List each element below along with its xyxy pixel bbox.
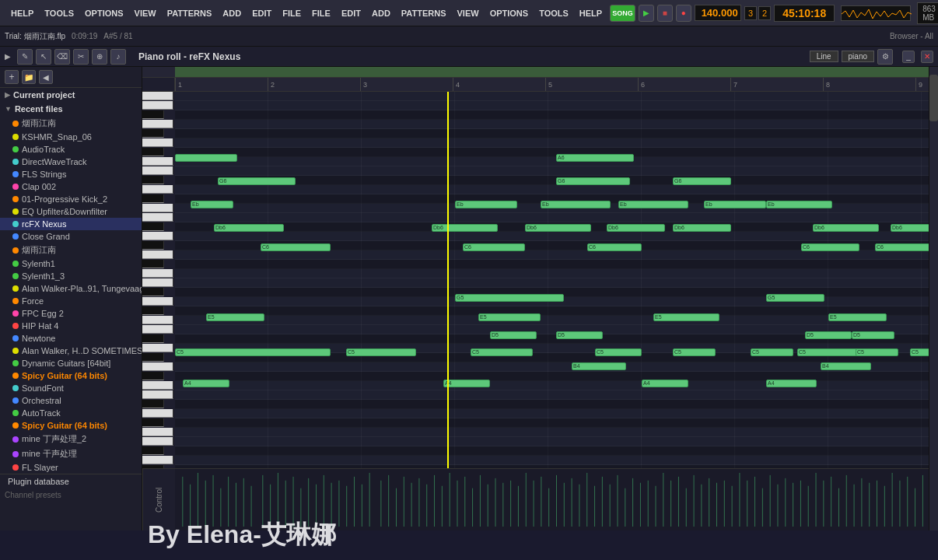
add-button[interactable]: + — [5, 70, 19, 84]
piano-key[interactable] — [142, 260, 164, 268]
sidebar-item[interactable]: 烟雨江南 — [0, 243, 142, 257]
sidebar-item[interactable]: Clap 002 — [0, 180, 142, 193]
sidebar-item[interactable]: Alan Walker-Pla..91, Tungevaag — [0, 282, 142, 295]
note[interactable]: A4 — [443, 380, 490, 387]
menu-item-patterns[interactable]: PATTERNS — [397, 7, 451, 19]
note[interactable]: G5 — [455, 294, 564, 302]
piano-key[interactable] — [142, 381, 173, 390]
menu-item-help[interactable]: HELP — [6, 7, 38, 19]
minimize-roll[interactable]: _ — [902, 51, 915, 63]
sidebar-item[interactable]: Orchestral — [0, 394, 142, 407]
sidebar-item[interactable]: rcFX Nexus — [0, 218, 142, 230]
menu-item-edit[interactable]: EDIT — [337, 7, 366, 19]
piano-key[interactable] — [142, 250, 173, 259]
menu-item-add[interactable]: ADD — [367, 7, 395, 19]
mode-select[interactable]: Line — [810, 51, 838, 62]
note[interactable]: G5 — [766, 294, 824, 302]
menu-item-help[interactable]: HELP — [575, 7, 607, 19]
sidebar-item[interactable]: DirectWaveTrack — [0, 156, 142, 168]
note[interactable]: C6 — [875, 243, 937, 251]
note[interactable]: Eb — [191, 201, 233, 208]
menu-item-patterns[interactable]: PATTERNS — [163, 7, 217, 19]
note[interactable]: G6 — [556, 177, 630, 185]
note[interactable]: E5 — [206, 313, 264, 321]
sidebar-item[interactable]: Sylenth1 — [0, 257, 142, 270]
piano-key[interactable] — [142, 92, 173, 100]
sidebar-item[interactable]: Alan Walker, H..D SOMETIMES_2 — [0, 345, 142, 357]
piano-key[interactable] — [142, 120, 173, 128]
close-roll[interactable]: ✕ — [921, 51, 933, 63]
settings-btn[interactable]: ⚙ — [877, 49, 893, 65]
sidebar-item[interactable]: mine 丁声处理_2 — [0, 432, 142, 446]
piano-key[interactable] — [142, 372, 164, 380]
note[interactable]: Db6 — [607, 224, 665, 232]
note[interactable]: E5 — [828, 313, 887, 321]
piano-key[interactable] — [142, 222, 164, 231]
speaker-tool[interactable]: ♪ — [110, 49, 126, 65]
note[interactable]: A6 — [556, 154, 634, 162]
play-button[interactable]: ▶ — [639, 5, 654, 22]
menu-item-view[interactable]: VIEW — [130, 7, 161, 19]
note[interactable]: G6 — [218, 177, 296, 185]
piano-key[interactable] — [142, 166, 173, 175]
piano-key[interactable] — [142, 465, 164, 468]
select-tool[interactable]: ↖ — [36, 49, 51, 65]
menu-item-file[interactable]: FILE — [278, 7, 306, 19]
piano-key[interactable] — [142, 409, 173, 418]
sidebar-item[interactable]: Newtone — [0, 332, 142, 345]
sidebar-item[interactable]: Force — [0, 295, 142, 307]
note[interactable]: Db6 — [525, 224, 591, 232]
sidebar-item[interactable]: HIP Hat 4 — [0, 320, 142, 332]
note[interactable]: C5 — [751, 348, 793, 356]
sidebar-item[interactable]: Sylenth1_3 — [0, 270, 142, 282]
note[interactable]: C6 — [463, 243, 525, 251]
note[interactable]: D5 — [556, 331, 603, 339]
sidebar-item[interactable]: Close Grand — [0, 230, 142, 243]
note[interactable]: Eb — [618, 201, 688, 208]
piano-key[interactable] — [142, 437, 173, 446]
sidebar-item[interactable]: Spicy Guitar (64 bits) — [0, 419, 142, 432]
sidebar-item[interactable]: SoundFont — [0, 382, 142, 394]
piano-key[interactable] — [142, 306, 164, 315]
control-lines[interactable] — [175, 469, 938, 530]
sidebar-item[interactable]: KSHMR_Snap_06 — [0, 131, 142, 143]
piano-key[interactable] — [142, 129, 164, 138]
piano-key[interactable] — [142, 428, 173, 436]
erase-tool[interactable]: ⌫ — [54, 49, 70, 65]
back-button[interactable]: ◀ — [39, 70, 53, 84]
note[interactable]: Eb — [704, 201, 766, 208]
note[interactable]: C5 — [471, 348, 533, 356]
piano-key[interactable] — [142, 241, 164, 250]
sidebar-item[interactable]: FLS Strings — [0, 168, 142, 180]
song-button[interactable]: SONG — [610, 5, 635, 22]
zoom-tool[interactable]: ⊕ — [92, 49, 107, 65]
sidebar-item[interactable]: FL Slayer — [0, 461, 142, 474]
note[interactable]: A4 — [642, 380, 688, 387]
sidebar-item[interactable]: mine 干声处理 — [0, 446, 142, 461]
sidebar-item[interactable]: AudioTrack — [0, 143, 142, 156]
note[interactable]: D5 — [852, 331, 894, 339]
piano-key[interactable] — [142, 297, 173, 306]
folder-button[interactable]: 📁 — [22, 70, 36, 84]
note[interactable]: B4 — [572, 362, 626, 370]
note[interactable]: Eb — [541, 201, 611, 208]
piano-key[interactable] — [142, 278, 173, 287]
note[interactable]: Eb — [766, 201, 832, 208]
piano-key[interactable] — [142, 325, 173, 334]
note[interactable]: B4 — [821, 362, 871, 370]
sidebar-item[interactable]: Dynamic Guitars [64bit] — [0, 357, 142, 369]
piano-key[interactable] — [142, 157, 173, 166]
note[interactable]: A4 — [183, 380, 229, 387]
tempo-display[interactable]: 140.000 — [695, 5, 741, 21]
vertical-scrollbar[interactable] — [929, 67, 938, 530]
cut-tool[interactable]: ✂ — [73, 49, 89, 65]
note[interactable]: E5 — [653, 313, 719, 321]
piano-key[interactable] — [142, 446, 164, 455]
piano-key[interactable] — [142, 362, 173, 371]
menu-item-tools[interactable]: TOOLS — [40, 7, 79, 19]
piano-key[interactable] — [142, 194, 164, 203]
piano-key[interactable] — [142, 148, 164, 156]
note[interactable]: E5 — [478, 313, 541, 321]
note[interactable]: C6 — [261, 243, 331, 251]
piano-key[interactable] — [142, 213, 173, 222]
